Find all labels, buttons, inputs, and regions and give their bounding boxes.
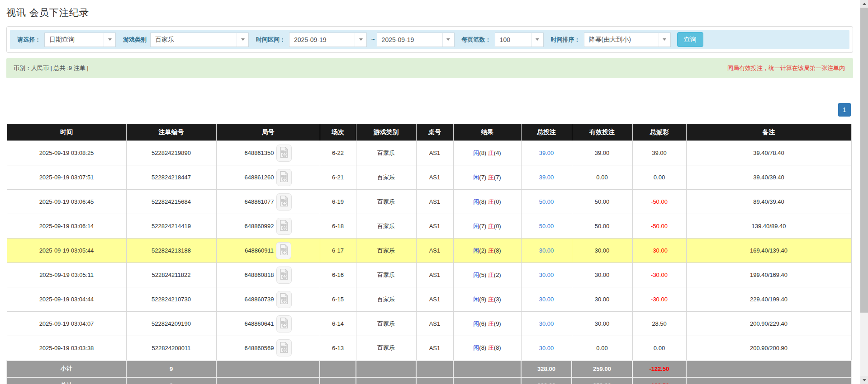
player-score: (9) (479, 296, 486, 303)
query-mode-select[interactable]: 日期查询 (44, 33, 116, 47)
search-button[interactable]: 查询 (677, 32, 703, 47)
total-bet-link[interactable]: 30.00 (539, 296, 554, 303)
bet-id-cell: 522824219890 (126, 141, 216, 165)
player-result: 闲 (473, 198, 479, 205)
game-type-select[interactable]: 百家乐 (150, 33, 249, 47)
round-id-value: 648861350 (244, 150, 274, 156)
game-type-cell: 百家乐 (356, 263, 416, 287)
chevron-down-icon[interactable] (355, 33, 366, 47)
subtotal-total-bet: 328.00 (521, 361, 572, 377)
video-replay-button[interactable] (276, 218, 292, 235)
round-id-cell: 648860739 (216, 287, 320, 312)
chevron-down-icon[interactable] (442, 33, 454, 47)
game-type-cell: 百家乐 (356, 214, 416, 239)
banker-result: 庄 (488, 150, 494, 156)
grandtotal-label: 总计 (7, 377, 126, 384)
valid-bet-cell: 0.00 (572, 336, 632, 361)
bet-id-cell: 522824209190 (126, 312, 216, 336)
chevron-down-icon[interactable] (237, 33, 248, 47)
bet-id-cell: 522824211822 (126, 263, 216, 287)
bet-id-cell: 522824214419 (126, 214, 216, 239)
video-replay-button[interactable] (276, 193, 292, 211)
down-arrow-icon[interactable] (860, 376, 868, 384)
column-header: 注单编号 (126, 124, 216, 141)
bet-time-cell: 2025-09-19 03:08:25 (7, 141, 126, 165)
total-bet-link[interactable]: 30.00 (539, 247, 554, 254)
page-size-value: 100 (495, 33, 531, 47)
video-replay-button[interactable] (276, 169, 292, 186)
round-cell-inner: 648860569 (218, 339, 318, 356)
video-replay-button[interactable] (276, 291, 292, 308)
session-cell: 6-15 (320, 287, 356, 312)
banker-score: (7) (494, 174, 501, 181)
payout-cell: -30.00 (632, 239, 686, 263)
time-range-label: 时间区间： (256, 36, 285, 44)
result-cell: 闲(6) 庄(9) (453, 312, 521, 336)
bet-id-cell: 522824218447 (126, 165, 216, 190)
video-replay-icon (279, 317, 289, 330)
player-score: (2) (479, 247, 486, 254)
player-result: 闲 (473, 344, 479, 351)
round-id-cell: 648861350 (216, 141, 320, 165)
total-bet-link[interactable]: 30.00 (539, 345, 554, 351)
page-button-1[interactable]: 1 (838, 103, 851, 117)
table-row: 2025-09-19 03:04:44522824210730648860739… (7, 287, 851, 312)
round-id-value: 648860641 (244, 320, 274, 327)
date-to-picker[interactable]: 2025-09-19 (377, 33, 455, 47)
video-replay-button[interactable] (276, 145, 292, 162)
total-bet-link[interactable]: 30.00 (539, 320, 554, 327)
table-no-cell: AS1 (416, 190, 453, 214)
round-id-value: 648861260 (244, 174, 274, 181)
total-bet-cell: 39.00 (521, 141, 572, 165)
total-bet-link[interactable]: 50.00 (539, 223, 554, 229)
round-cell-inner: 648860818 (218, 267, 318, 284)
player-result: 闲 (473, 296, 479, 303)
grandtotal-valid-bet: 259.00 (572, 377, 632, 384)
round-id-cell: 648860569 (216, 336, 320, 361)
column-header: 有效投注 (572, 124, 632, 141)
round-id-cell: 648860641 (216, 312, 320, 336)
video-replay-button[interactable] (276, 315, 292, 332)
banker-result: 庄 (488, 198, 494, 205)
video-replay-button[interactable] (276, 242, 291, 259)
summary-bar: 币别：人民币 | 总共 :9 注单 | 同局有效投注，统一计算在该局第一张注单内 (6, 58, 853, 78)
video-replay-button[interactable] (276, 267, 292, 284)
player-result: 闲 (473, 272, 479, 278)
game-type-label: 游戏类别 (123, 36, 147, 44)
video-replay-icon (279, 146, 289, 159)
total-bet-link[interactable]: 50.00 (539, 198, 554, 205)
vertical-scrollbar[interactable] (860, 0, 868, 384)
table-row: 2025-09-19 03:05:44522824213188648860911… (7, 239, 851, 263)
table-row: 2025-09-19 03:03:38522824208011648860569… (7, 336, 851, 361)
chevron-down-icon[interactable] (659, 33, 670, 47)
query-mode-value: 日期查询 (45, 33, 104, 47)
total-bet-cell: 30.00 (521, 239, 572, 263)
column-header: 场次 (320, 124, 356, 141)
total-bet-cell: 30.00 (521, 336, 572, 361)
video-replay-button[interactable] (276, 339, 292, 356)
banker-score: (0) (494, 223, 501, 229)
grandtotal-count: 9 (126, 377, 216, 384)
date-from-picker[interactable]: 2025-09-19 (289, 33, 367, 47)
page-size-select[interactable]: 100 (495, 33, 544, 47)
subtotal-empty-cell (320, 361, 356, 377)
time-sort-label: 时间排序： (551, 36, 580, 44)
time-sort-select[interactable]: 降幂(由大到小) (584, 33, 671, 47)
table-row: 2025-09-19 03:08:25522824219890648861350… (7, 141, 851, 165)
chevron-down-icon[interactable] (531, 33, 543, 47)
total-bet-link[interactable]: 39.00 (539, 150, 554, 156)
total-bet-link[interactable]: 39.00 (539, 174, 554, 181)
time-sort-value: 降幂(由大到小) (584, 33, 659, 47)
up-arrow-icon[interactable] (860, 0, 868, 8)
subtotal-row: 小计9328.00259.00-122.50 (7, 361, 851, 377)
grandtotal-empty-cell (320, 377, 356, 384)
chevron-down-icon[interactable] (104, 33, 115, 47)
banker-score: (9) (494, 320, 501, 327)
total-bet-link[interactable]: 30.00 (539, 272, 554, 278)
banker-result: 庄 (488, 247, 494, 254)
range-separator: ~ (371, 36, 375, 43)
page-size-label: 每页笔数： (462, 36, 491, 44)
bet-time-cell: 2025-09-19 03:05:44 (7, 239, 126, 263)
result-cell: 闲(7) 庄(0) (453, 214, 521, 239)
scrollbar-thumb[interactable] (860, 8, 868, 313)
